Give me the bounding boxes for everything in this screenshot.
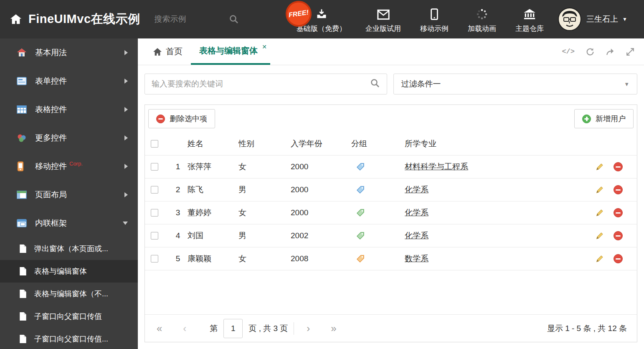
spinner-icon [476, 8, 488, 20]
nav-label: 加载动画 [468, 24, 496, 33]
keyword-search-box [145, 74, 387, 94]
mobile-icon [430, 8, 439, 20]
table-row[interactable]: 4 刘国 男 2002 化学系 [145, 224, 637, 247]
sidebar-subitem-label: 表格与编辑窗体（不... [34, 289, 108, 299]
chevron-right-icon [124, 79, 128, 84]
sidebar-subitem-child-to-parent-2[interactable]: 子窗口向父窗口传值... [0, 328, 138, 349]
sidebar-subitem-grid-edit-window-2[interactable]: 表格与编辑窗体（不... [0, 283, 138, 305]
row-checkbox[interactable] [151, 163, 158, 171]
delete-icon[interactable] [614, 231, 623, 240]
major-link[interactable]: 化学系 [405, 185, 428, 194]
tag-icon [351, 255, 405, 263]
header-search-input[interactable] [155, 15, 217, 24]
pagination-bar: « ‹ 第 页 , 共 3 页 › » 显示 1 - 5 条 , 共 12 条 [145, 314, 637, 342]
sidebar-subitem-popup-window[interactable]: 弹出窗体（本页面或... [0, 237, 138, 260]
window-icon [17, 218, 28, 228]
prev-page-button[interactable]: ‹ [181, 324, 188, 334]
nav-mobile-demo[interactable]: 移动示例 [420, 5, 449, 33]
cell-year: 2000 [291, 208, 351, 217]
nav-label: 移动示例 [420, 24, 449, 33]
source-code-icon[interactable]: </> [562, 48, 575, 56]
edit-icon[interactable] [595, 208, 604, 217]
grid-toolbar: 删除选中项 新增用户 [145, 105, 637, 132]
row-checkbox[interactable] [151, 186, 158, 194]
table-row[interactable]: 1 张萍萍 女 2000 材料科学与工程系 [145, 155, 637, 178]
sidebar-item-form-controls[interactable]: 表单控件 [0, 67, 138, 95]
sidebar-subitem-child-to-parent[interactable]: 子窗口向父窗口传值 [0, 305, 138, 328]
keyword-search-input[interactable] [152, 79, 370, 89]
home-icon[interactable] [9, 13, 23, 25]
refresh-icon[interactable] [586, 47, 595, 56]
nav-enterprise-trial[interactable]: 企业版试用 [365, 5, 401, 33]
sidebar-item-mobile-controls[interactable]: 移动控件 Corp. [0, 152, 138, 181]
sidebar-item-label: 移动控件 [35, 161, 67, 172]
edit-icon[interactable] [595, 162, 604, 171]
first-page-button[interactable]: « [155, 324, 164, 334]
sidebar: 基本用法 表单控件 表格控件 更多控件 [0, 38, 138, 349]
next-page-button[interactable]: › [305, 324, 312, 334]
cell-gender: 女 [238, 207, 291, 218]
search-icon[interactable] [229, 14, 239, 24]
delete-icon[interactable] [614, 185, 623, 194]
row-index: 3 [168, 208, 188, 217]
edit-icon[interactable] [595, 231, 604, 240]
column-name: 姓名 [188, 138, 238, 149]
home-tab-icon [153, 48, 162, 56]
search-icon[interactable] [370, 78, 380, 90]
major-link[interactable]: 数学系 [405, 254, 428, 263]
file-icon [19, 244, 28, 253]
file-icon [19, 312, 28, 321]
tab-label: 表格与编辑窗体 [199, 45, 258, 56]
cell-year: 2000 [291, 185, 351, 194]
filter-dropdown[interactable]: 过滤条件一 ▼ [393, 74, 638, 94]
nav-loading-animation[interactable]: 加载动画 [468, 5, 496, 33]
tag-icon [351, 186, 405, 194]
table-row[interactable]: 2 陈飞 男 2000 化学系 [145, 178, 637, 201]
table-row[interactable]: 3 董婷婷 女 2000 化学系 [145, 201, 637, 224]
last-page-button[interactable]: » [329, 324, 338, 334]
edit-icon[interactable] [595, 254, 604, 263]
avatar[interactable] [558, 8, 581, 31]
sidebar-item-iframe[interactable]: 内联框架 [0, 209, 138, 237]
tab-grid-edit-window[interactable]: 表格与编辑窗体 ✕ [191, 38, 270, 65]
row-checkbox[interactable] [151, 255, 158, 262]
edit-icon[interactable] [595, 185, 604, 194]
sidebar-item-basic-usage[interactable]: 基本用法 [0, 38, 138, 67]
expand-icon[interactable] [626, 47, 635, 56]
row-checkbox[interactable] [151, 209, 158, 217]
corp-badge: Corp. [69, 160, 83, 167]
add-user-button[interactable]: 新增用户 [574, 109, 634, 128]
app-title: FineUIMvc在线示例 [28, 11, 140, 28]
delete-icon[interactable] [614, 254, 623, 263]
tab-close-icon[interactable]: ✕ [262, 43, 267, 50]
row-checkbox[interactable] [151, 232, 158, 239]
major-link[interactable]: 化学系 [405, 208, 428, 217]
table-row[interactable]: 5 康颖颖 女 2008 数学系 [145, 247, 637, 270]
user-menu[interactable]: 三生石上 ▼ [586, 14, 627, 25]
file-icon [19, 289, 28, 298]
sidebar-item-label: 基本用法 [35, 47, 67, 58]
nav-theme-repo[interactable]: 主题仓库 [515, 5, 544, 33]
cell-name: 陈飞 [188, 184, 238, 195]
open-new-window-icon[interactable] [606, 47, 615, 56]
current-page-input[interactable] [223, 319, 243, 338]
delete-icon[interactable] [614, 208, 623, 217]
sidebar-subitem-grid-edit-window[interactable]: 表格与编辑窗体 [0, 260, 138, 283]
house-icon [17, 48, 28, 58]
sidebar-item-more-controls[interactable]: 更多控件 [0, 124, 138, 152]
sidebar-item-page-layout[interactable]: 页面布局 [0, 181, 138, 209]
tag-icon [351, 163, 405, 171]
delete-button-label: 删除选中项 [170, 114, 207, 124]
sidebar-item-label: 内联框架 [35, 218, 67, 229]
nav-label: 企业版试用 [365, 24, 401, 33]
chevron-down-icon [123, 222, 128, 225]
select-all-checkbox[interactable] [151, 140, 158, 148]
tab-home[interactable]: 首页 [145, 38, 191, 65]
table-icon [17, 104, 28, 115]
sidebar-item-grid-controls[interactable]: 表格控件 [0, 95, 138, 124]
major-link[interactable]: 化学系 [405, 231, 428, 240]
delete-selected-button[interactable]: 删除选中项 [148, 109, 215, 128]
nav-label: 主题仓库 [515, 24, 544, 33]
major-link[interactable]: 材料科学与工程系 [405, 162, 468, 171]
delete-icon[interactable] [614, 162, 623, 171]
